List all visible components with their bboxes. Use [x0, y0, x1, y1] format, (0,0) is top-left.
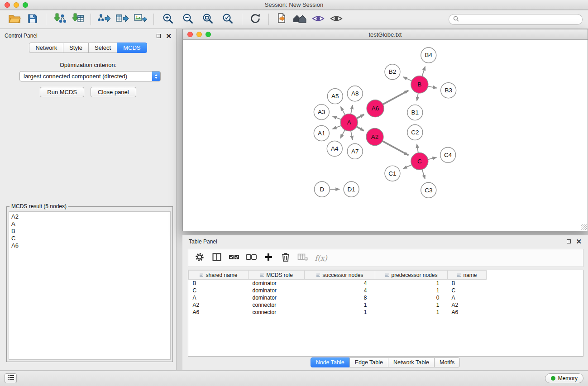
network-graph[interactable]: B4B2BB3A5A8A6B1A3AC2A1A2A4A7C4CC1C3DD1	[183, 40, 588, 231]
graph-node-D1[interactable]: D1	[344, 181, 359, 197]
zoom-fit-button[interactable]	[198, 12, 218, 27]
first-neighbors-button[interactable]	[273, 12, 291, 27]
delete-table-button[interactable]	[295, 251, 311, 265]
tab-motifs[interactable]: Motifs	[434, 357, 460, 367]
graph-edge-A6-B[interactable]	[383, 91, 409, 105]
show-hide-button[interactable]	[327, 12, 345, 27]
export-image-button[interactable]	[131, 12, 149, 27]
graph-edge-B-B4[interactable]	[422, 67, 425, 76]
deselect-all-button[interactable]	[244, 251, 259, 265]
column-header-predecessor-nodes[interactable]: predecessor nodes	[375, 271, 448, 280]
network-zoom-button[interactable]	[206, 32, 211, 37]
tab-select[interactable]: Select	[88, 43, 117, 53]
graphics-details-button[interactable]	[309, 12, 327, 27]
table-row[interactable]: Cdominator41C	[189, 287, 487, 294]
graph-node-A3[interactable]: A3	[314, 105, 329, 120]
graph-node-C[interactable]: C	[411, 152, 428, 170]
memory-button[interactable]: Memory	[545, 373, 583, 383]
graph-edge-B-B1[interactable]	[417, 93, 418, 101]
select-all-button[interactable]	[226, 251, 242, 265]
graph-edge-A-A7[interactable]	[351, 131, 353, 140]
task-history-button[interactable]	[5, 373, 17, 383]
resize-grip[interactable]	[581, 224, 587, 230]
table-row[interactable]: A6connector11A6	[189, 309, 487, 316]
tab-node-table[interactable]: Node Table	[311, 357, 350, 367]
graph-node-C2[interactable]: C2	[407, 125, 423, 140]
optimization-dropdown[interactable]: largest connected component (directed)	[19, 71, 161, 81]
graph-edge-A-A8[interactable]	[351, 105, 353, 114]
graph-node-A2[interactable]: A2	[366, 129, 383, 146]
tab-mcds[interactable]: MCDS	[117, 43, 147, 53]
graph-node-C1[interactable]: C1	[385, 166, 400, 181]
export-network-button[interactable]	[95, 12, 113, 27]
graph-node-A7[interactable]: A7	[347, 143, 363, 159]
graph-node-A4[interactable]: A4	[327, 141, 342, 156]
result-item[interactable]: C	[11, 235, 168, 242]
graph-node-D[interactable]: D	[314, 181, 330, 197]
tab-network[interactable]: Network	[29, 43, 63, 53]
graph-node-B3[interactable]: B3	[441, 83, 456, 98]
zoom-in-button[interactable]	[158, 12, 178, 27]
graph-edge-C-C2[interactable]	[417, 144, 418, 152]
graph-edge-B-B3[interactable]	[428, 86, 437, 88]
table-row[interactable]: Bdominator41B	[189, 280, 487, 287]
import-table-button[interactable]	[68, 12, 86, 27]
column-header-shared-name[interactable]: shared name	[189, 271, 249, 280]
graph-node-B4[interactable]: B4	[421, 48, 436, 63]
graph-node-B[interactable]: B	[411, 76, 428, 93]
zoom-window-button[interactable]	[23, 2, 28, 8]
graph-edge-A-A4[interactable]	[340, 130, 345, 138]
graph-node-A5[interactable]: A5	[327, 89, 343, 104]
tab-edge-table[interactable]: Edge Table	[349, 357, 388, 367]
table-row[interactable]: Adominator80A	[189, 294, 487, 301]
graph-node-C3[interactable]: C3	[421, 182, 436, 198]
graph-edge-B-B2[interactable]	[403, 77, 412, 81]
minimize-window-button[interactable]	[14, 2, 19, 8]
close-panel-icon[interactable]: ✕	[166, 33, 172, 39]
close-window-button[interactable]	[5, 2, 10, 8]
search-box[interactable]	[449, 14, 583, 25]
float-table-panel-icon[interactable]	[567, 239, 571, 243]
close-table-panel-icon[interactable]: ✕	[576, 238, 582, 245]
search-input[interactable]	[461, 16, 578, 23]
show-columns-button[interactable]	[209, 251, 225, 265]
network-canvas[interactable]: B4B2BB3A5A8A6B1A3AC2A1A2A4A7C4CC1C3DD1	[183, 40, 588, 231]
tab-network-table[interactable]: Network Table	[388, 357, 435, 367]
graph-edge-C-C3[interactable]	[422, 169, 425, 179]
graph-edge-A-A2[interactable]	[357, 127, 364, 131]
result-item[interactable]: A6	[11, 242, 168, 249]
network-minimize-button[interactable]	[196, 32, 202, 37]
run-mcds-button[interactable]: Run MCDS	[40, 87, 84, 97]
column-header-successor-nodes[interactable]: successor nodes	[305, 271, 375, 280]
function-builder-button[interactable]: f(x)	[312, 251, 328, 265]
network-close-button[interactable]	[187, 32, 193, 37]
column-header-MCDS-role[interactable]: MCDS role	[249, 271, 305, 280]
table-row[interactable]: A2connector11A2	[189, 301, 487, 309]
home-button[interactable]	[291, 12, 309, 27]
close-panel-button[interactable]: Close panel	[91, 87, 136, 97]
save-session-button[interactable]	[24, 12, 42, 27]
float-panel-icon[interactable]	[157, 34, 161, 38]
zoom-out-button[interactable]	[178, 12, 198, 27]
graph-node-A8[interactable]: A8	[347, 86, 363, 101]
export-table-button[interactable]	[113, 12, 131, 27]
import-network-button[interactable]	[50, 12, 68, 27]
delete-column-button[interactable]	[278, 251, 293, 265]
graph-edge-A-A3[interactable]	[333, 116, 341, 119]
graph-edge-A-A5[interactable]	[341, 107, 345, 115]
column-header-name[interactable]: name	[448, 271, 487, 280]
result-item[interactable]: A	[11, 220, 168, 228]
graph-edge-A-A6[interactable]	[357, 114, 364, 119]
tab-style[interactable]: Style	[63, 43, 89, 53]
refresh-view-button[interactable]	[246, 12, 264, 27]
add-column-button[interactable]	[261, 251, 276, 265]
zoom-selected-button[interactable]	[218, 12, 238, 27]
graph-node-A1[interactable]: A1	[314, 126, 329, 141]
graph-node-A6[interactable]: A6	[367, 100, 384, 117]
graph-node-B1[interactable]: B1	[407, 105, 423, 120]
graph-edge-A2-C[interactable]	[382, 141, 409, 155]
graph-edge-C-C4[interactable]	[428, 157, 436, 159]
open-session-button[interactable]	[5, 12, 24, 27]
result-item[interactable]: A2	[11, 213, 168, 220]
table-settings-button[interactable]	[192, 251, 207, 265]
